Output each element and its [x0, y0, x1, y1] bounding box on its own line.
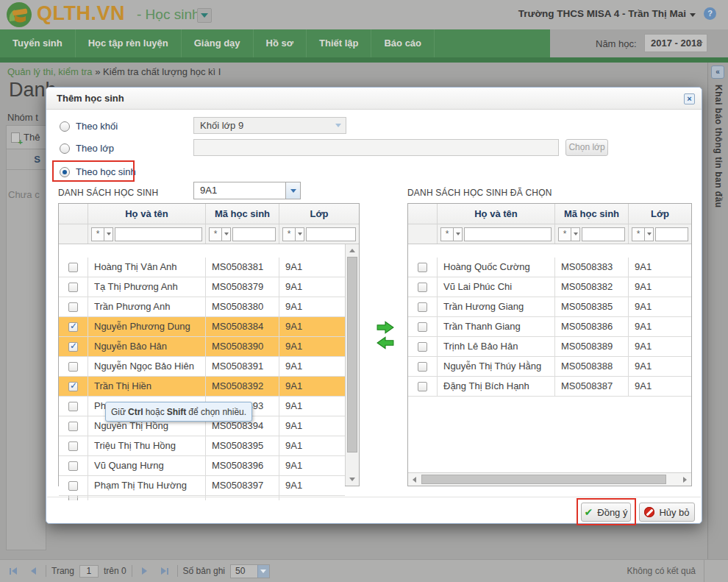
row-checkbox[interactable] [68, 283, 78, 292]
table-row[interactable]: Trần Thị HiềnMS05083929A1 [59, 377, 345, 397]
scroll-down-icon[interactable] [346, 473, 359, 486]
horizontal-scrollbar[interactable] [408, 472, 691, 486]
student-code-cell: MS0508385 [555, 297, 629, 316]
class-filter-input[interactable] [306, 227, 356, 241]
row-checkbox[interactable] [68, 481, 78, 491]
scroll-left-icon[interactable] [408, 473, 421, 486]
student-name-cell: Tạ Thị Phương Anh [88, 277, 206, 297]
divider [47, 497, 701, 497]
student-name-cell: Trần Thanh Giang [438, 317, 555, 336]
table-row[interactable]: Tạ Thị Phương AnhMS05083799A1 [59, 277, 345, 297]
row-checkbox[interactable] [68, 322, 78, 332]
student-code-cell: MS0508390 [206, 337, 279, 356]
chevron-down-icon [221, 228, 230, 241]
table-row[interactable]: Nguyễn Bảo HânMS05083909A1 [59, 337, 345, 357]
scrollbar-thumb[interactable] [421, 475, 666, 484]
vertical-scrollbar[interactable] [345, 244, 359, 486]
student-class-cell: 9A1 [629, 277, 691, 297]
student-code-cell: MS0508389 [555, 337, 629, 356]
row-checkbox[interactable] [68, 302, 78, 312]
table-row[interactable]: Vũ Quang HưngMS05083969A1 [59, 456, 345, 476]
filter-row: * * * [408, 224, 691, 244]
row-checkbox[interactable] [68, 461, 78, 471]
radio-theo-lop[interactable] [60, 143, 70, 154]
column-header-name[interactable]: Họ và tên [88, 204, 206, 224]
chevron-down-icon [104, 228, 113, 241]
multi-select-tooltip: GiữCtrlhoặcShiftđể chọn nhiều. [105, 402, 252, 422]
table-row[interactable]: Trịnh Lê Bảo HânMS05083899A1 [408, 337, 691, 357]
close-icon[interactable]: × [684, 93, 695, 104]
row-checkbox-cell [408, 357, 438, 376]
row-checkbox[interactable] [418, 362, 427, 372]
student-code-cell: MS0508392 [206, 377, 279, 396]
row-checkbox[interactable] [418, 283, 427, 292]
student-code-cell: MS0508386 [555, 317, 629, 336]
filter-operator-button[interactable]: * [91, 227, 113, 241]
radio-theo-hoc-sinh[interactable] [60, 167, 70, 177]
filter-operator-button[interactable]: * [209, 227, 231, 241]
student-name-cell: Phạm Thị Thu Hường [88, 476, 206, 495]
table-row[interactable]: Hoàng Quốc CườngMS05083839A1 [408, 258, 691, 277]
cancel-icon [644, 507, 654, 517]
filter-operator-button[interactable]: * [440, 227, 463, 241]
class-filter-input[interactable] [655, 227, 688, 241]
table-row[interactable]: Hoàng Thị Vân AnhMS05083819A1 [59, 258, 345, 277]
row-checkbox[interactable] [68, 441, 78, 451]
row-checkbox-cell [408, 377, 438, 396]
row-checkbox[interactable] [68, 263, 78, 272]
scrollbar-thumb[interactable] [347, 257, 357, 453]
class-filter-select[interactable]: 9A1 [193, 182, 301, 199]
row-checkbox[interactable] [68, 362, 78, 372]
column-header-name[interactable]: Họ và tên [438, 204, 555, 224]
table-row[interactable]: Đặng Thị Bích HạnhMS05083879A1 [408, 377, 691, 397]
row-checkbox[interactable] [68, 402, 78, 411]
column-header-class[interactable]: Lớp [279, 204, 359, 224]
grade-select-value: Khối lớp 9 [200, 120, 243, 131]
table-row[interactable]: Nguyễn Thị Thúy HằngMS05083889A1 [408, 357, 691, 377]
table-row[interactable]: Trần Phương AnhMS05083809A1 [59, 297, 345, 317]
student-code-cell: MS0508382 [555, 277, 629, 297]
row-checkbox[interactable] [68, 382, 78, 391]
scroll-up-icon[interactable] [346, 244, 359, 257]
code-filter-input[interactable] [582, 227, 625, 241]
row-checkbox[interactable] [418, 342, 427, 352]
table-row[interactable]: Vũ Lai Phúc ChiMS05083829A1 [408, 277, 691, 297]
column-header-class[interactable]: Lớp [629, 204, 691, 224]
row-checkbox[interactable] [418, 302, 427, 312]
row-checkbox[interactable] [418, 322, 427, 332]
row-checkbox-cell [59, 297, 88, 316]
move-left-icon[interactable] [377, 336, 394, 349]
row-checkbox[interactable] [418, 263, 427, 272]
student-code-cell: MS0508380 [206, 297, 279, 316]
chevron-down-icon [571, 228, 579, 241]
name-filter-input[interactable] [464, 227, 552, 241]
select-all-header-cell [408, 204, 438, 224]
row-checkbox[interactable] [68, 342, 78, 352]
radio-theo-khoi[interactable] [60, 121, 70, 132]
column-header-code[interactable]: Mã học sinh [555, 204, 629, 224]
student-class-cell: 9A1 [279, 377, 345, 396]
student-name-cell: Vũ Quang Hưng [88, 456, 206, 475]
table-row[interactable]: Triệu Thị Thu HồngMS05083959A1 [59, 436, 345, 456]
table-row[interactable]: Phạm Thị Thu HườngMS05083979A1 [59, 476, 345, 496]
table-row[interactable]: Nguyễn Ngọc Bảo HiênMS05083919A1 [59, 357, 345, 377]
row-checkbox[interactable] [68, 422, 78, 431]
move-right-icon[interactable] [377, 321, 394, 334]
filter-operator-button[interactable]: * [558, 227, 580, 241]
table-row[interactable]: Trần Hương GiangMS05083859A1 [408, 297, 691, 317]
row-checkbox[interactable] [418, 382, 427, 391]
ok-button[interactable]: ✔ Đồng ý [581, 503, 631, 522]
cancel-button[interactable]: Hủy bỏ [639, 503, 695, 522]
filter-row: * * * [59, 224, 359, 244]
student-name-cell: Hoàng Thị Vân Anh [88, 258, 206, 277]
name-filter-input[interactable] [115, 227, 202, 241]
chevron-down-icon [335, 124, 341, 127]
table-row[interactable]: Nguyễn Phương DungMS05083849A1 [59, 317, 345, 337]
column-header-code[interactable]: Mã học sinh [206, 204, 279, 224]
scroll-right-icon[interactable] [679, 473, 691, 486]
filter-operator-button[interactable]: * [282, 227, 304, 241]
table-row[interactable]: Trần Thanh GiangMS05083869A1 [408, 317, 691, 337]
filter-operator-button[interactable]: * [632, 227, 654, 241]
code-filter-input[interactable] [232, 227, 276, 241]
student-name-cell: Nguyễn Phương Dung [88, 317, 206, 336]
